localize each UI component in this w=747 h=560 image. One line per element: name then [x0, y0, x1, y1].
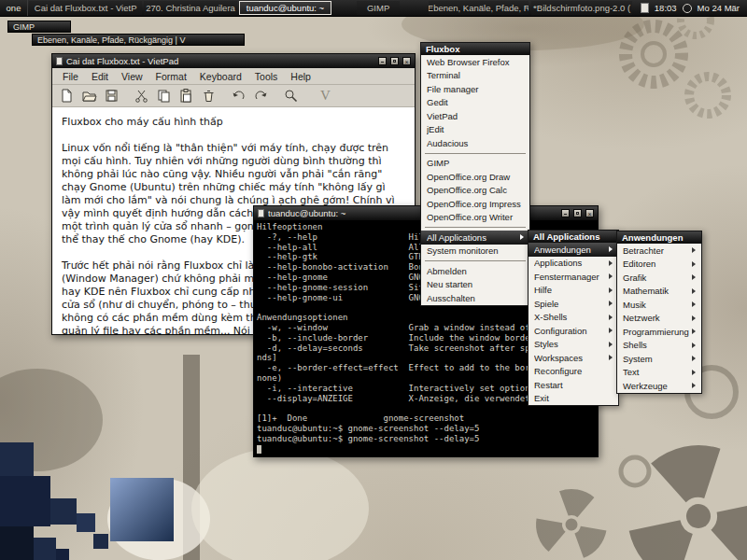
- vietpad-menubar: FileEditViewFormatKeyboardToolsHelp: [52, 68, 415, 85]
- vietpad-menu-view[interactable]: View: [115, 70, 149, 83]
- menu-item-editoren[interactable]: Editoren: [617, 258, 701, 272]
- vietpad-toolbar: V: [52, 85, 415, 107]
- vietpad-menu-help[interactable]: Help: [284, 70, 317, 83]
- open-folder-icon[interactable]: [81, 88, 97, 104]
- menu-item-anwendungen[interactable]: Anwendungen: [529, 243, 618, 257]
- paste-icon[interactable]: [178, 88, 194, 104]
- menu-item-spiele[interactable]: Spiele: [529, 297, 618, 311]
- terminal-line: [1]+ Done gnome-screenshot: [257, 413, 595, 424]
- redo-icon[interactable]: [253, 88, 269, 104]
- menu-item-werkzeuge[interactable]: Werkzeuge: [617, 379, 701, 393]
- menu-item-exit[interactable]: Exit: [529, 392, 618, 406]
- menu-item-label: Mathematik: [623, 286, 689, 296]
- taskbar-window-270-christina-aguilera[interactable]: 270. Christina Aguilera: [144, 1, 236, 15]
- taskbar-window-ebenen-kan-le-pfade-r[interactable]: Ebenen, Kanäle, Pfade, R: [429, 1, 529, 15]
- vietpad-menu-format[interactable]: Format: [149, 70, 193, 83]
- menu-title: All Applications: [529, 231, 618, 243]
- menu-item-file-manager[interactable]: File manager: [421, 82, 529, 96]
- menu-title: Fluxbox: [421, 43, 529, 55]
- menu-item-terminal[interactable]: Terminal: [421, 69, 529, 83]
- new-document-icon[interactable]: [59, 88, 75, 104]
- fluxbox-root-menu: Fluxbox Web Browser FirefoxTerminalFile …: [420, 42, 530, 306]
- vietpad-menu-tools[interactable]: Tools: [248, 70, 285, 83]
- submenu-arrow-icon: [692, 288, 696, 294]
- menu-item-system[interactable]: System: [617, 352, 701, 366]
- close-button[interactable]: [402, 57, 411, 65]
- menu-item-label: System monitoren: [427, 245, 524, 256]
- menu-item-system-monitoren[interactable]: System monitoren: [421, 245, 529, 259]
- menu-item-mathematik[interactable]: Mathematik: [617, 285, 701, 299]
- menu-item-reconfigure[interactable]: Reconfigure: [529, 365, 618, 379]
- menu-item-label: Ausschalten: [427, 293, 524, 303]
- iconify-button[interactable]: [561, 209, 570, 217]
- menu-item-openoffice-org-writer[interactable]: OpenOffice.org Writer: [421, 211, 529, 225]
- vietpad-titlebar[interactable]: Cai dat Fluxbox.txt - VietPad: [52, 54, 415, 68]
- submenu-arrow-icon: [692, 329, 696, 334]
- delete-icon[interactable]: [201, 88, 217, 104]
- menu-item-x-shells[interactable]: X-Shells: [529, 311, 618, 325]
- menu-item-label: Styles: [534, 339, 606, 349]
- vietpad-menu-edit[interactable]: Edit: [85, 70, 115, 83]
- submenu-arrow-icon: [692, 343, 696, 348]
- menu-item-ausschalten[interactable]: Ausschalten: [421, 291, 529, 305]
- gimp-layers-shaded-titlebar[interactable]: Ebenen, Kanäle, Pfade, Rückgängig | V: [32, 34, 245, 46]
- menu-item-vietpad[interactable]: VietPad: [421, 109, 529, 123]
- menu-item-betrachter[interactable]: Betrachter: [617, 244, 701, 258]
- menu-item-styles[interactable]: Styles: [529, 338, 618, 352]
- save-icon[interactable]: [104, 88, 120, 104]
- menu-item-abmelden[interactable]: Abmelden: [421, 264, 529, 278]
- maximize-button[interactable]: [390, 57, 399, 65]
- close-button[interactable]: [585, 209, 594, 217]
- taskbar-window-bildschirmfoto-png-2-0[interactable]: *Bildschirmfoto.png-2.0 (: [531, 1, 631, 15]
- menu-item-label: jEdit: [427, 124, 524, 134]
- menu-item-gimp[interactable]: GIMP: [421, 157, 529, 171]
- menu-item-label: OpenOffice.org Impress: [427, 199, 524, 209]
- menu-item-label: Grafik: [623, 273, 689, 283]
- menu-item-netzwerk[interactable]: Netzwerk: [617, 312, 701, 326]
- taskbar-window-gimp[interactable]: GIMP: [357, 1, 400, 15]
- iconify-button[interactable]: [378, 57, 387, 65]
- menu-item-gedit[interactable]: Gedit: [421, 96, 529, 110]
- cut-icon[interactable]: [134, 88, 149, 104]
- menu-item-openoffice-org-impress[interactable]: OpenOffice.org Impress: [421, 197, 529, 211]
- menu-item-neu-starten[interactable]: Neu starten: [421, 278, 529, 292]
- copy-icon[interactable]: [156, 88, 172, 104]
- clock-time: 18:03: [655, 3, 677, 13]
- menu-item-label: Programmierung: [623, 327, 689, 337]
- menu-item-fenstermanager[interactable]: Fenstermanager: [529, 270, 618, 284]
- menu-item-shells[interactable]: Shells: [617, 339, 701, 353]
- menu-item-restart[interactable]: Restart: [529, 378, 618, 392]
- menu-item-openoffice-org-draw[interactable]: OpenOffice.org Draw: [421, 170, 529, 184]
- terminal-line: tuanduc@ubuntu:~$ gnome-screenshot --del…: [257, 424, 595, 434]
- menu-item-label: Terminal: [427, 70, 524, 80]
- menu-item-jedit[interactable]: jEdit: [421, 123, 529, 137]
- undo-icon[interactable]: [231, 88, 247, 104]
- submenu-arrow-icon: [609, 260, 613, 266]
- taskbar-window-tuanduc-ubuntu[interactable]: tuanduc@ubuntu: ~: [239, 1, 331, 15]
- menu-item-programmierung[interactable]: Programmierung: [617, 325, 701, 339]
- menu-item-hilfe[interactable]: Hilfe: [529, 284, 618, 298]
- submenu-arrow-icon: [609, 246, 613, 252]
- vietpad-menu-keyboard[interactable]: Keyboard: [193, 70, 248, 83]
- taskbar-window-cai-dat-fluxbox-txt-vietp[interactable]: Cai dat Fluxbox.txt - VietP: [29, 1, 142, 15]
- vietpad-menu-file[interactable]: File: [56, 70, 85, 83]
- menu-item-all-applications[interactable]: All Applications: [421, 231, 529, 245]
- submenu-arrow-icon: [609, 328, 613, 333]
- menu-item-label: Abmelden: [427, 266, 524, 276]
- menu-item-audacious[interactable]: Audacious: [421, 136, 529, 150]
- menu-item-text[interactable]: Text: [617, 366, 701, 380]
- workspace-indicator[interactable]: one: [0, 0, 28, 16]
- search-icon[interactable]: [283, 88, 299, 104]
- menu-item-musik[interactable]: Musik: [617, 298, 701, 312]
- menu-item-grafik[interactable]: Grafik: [617, 271, 701, 285]
- menu-item-web-browser-firefox[interactable]: Web Browser Firefox: [421, 55, 529, 69]
- menu-item-workspaces[interactable]: Workspaces: [529, 351, 618, 365]
- radiation-symbol-small: [521, 473, 625, 560]
- menu-item-configuration[interactable]: Configuration: [529, 324, 618, 338]
- gimp-shaded-titlebar[interactable]: GIMP: [7, 21, 71, 33]
- notes-tray-icon[interactable]: [641, 3, 649, 13]
- menu-item-label: Configuration: [534, 326, 606, 336]
- menu-item-applications[interactable]: Applications: [529, 257, 618, 271]
- maximize-button[interactable]: [573, 209, 582, 217]
- menu-item-openoffice-org-calc[interactable]: OpenOffice.org Calc: [421, 184, 529, 198]
